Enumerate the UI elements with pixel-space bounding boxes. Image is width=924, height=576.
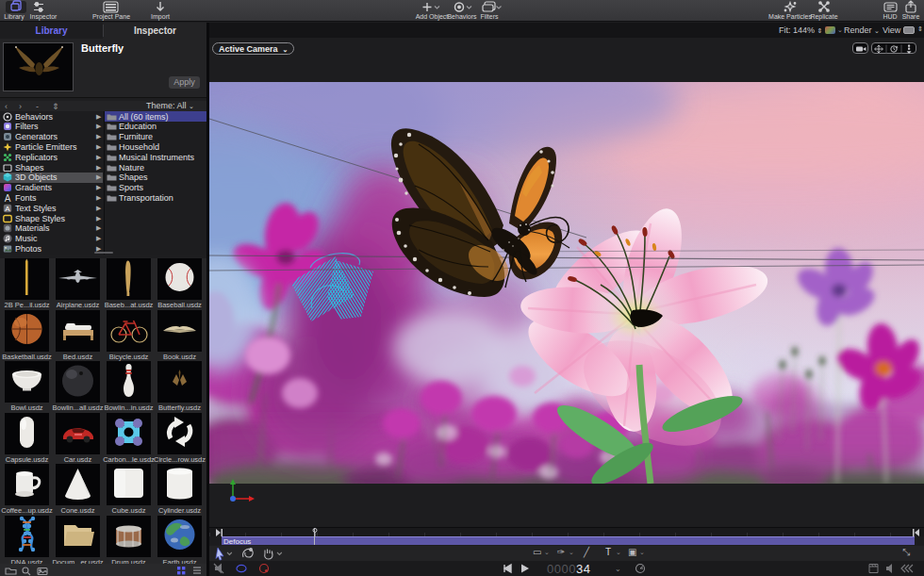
svg-text:A: A [5,205,10,213]
svg-text:A: A [5,193,11,203]
